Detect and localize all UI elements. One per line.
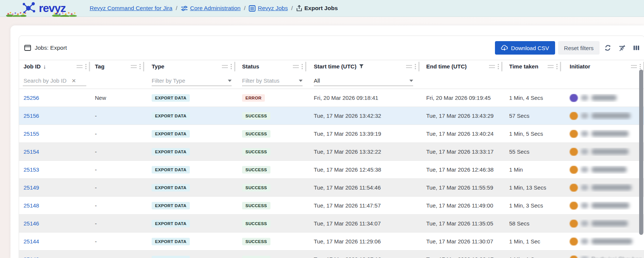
table-row[interactable]: 25154 - EXPORT DATA SUCCESS Tue, 17 Mar … [19,143,644,161]
kebab-menu-icon[interactable] [556,64,558,70]
breadcrumb-link-command-center[interactable]: Revyz Command Center for Jira [90,5,172,12]
reset-filters-button[interactable]: Reset filters [558,41,600,55]
column-header-initiator[interactable]: Initiator [561,60,644,73]
job-id-link[interactable]: 25153 [24,166,39,173]
drag-handle-icon[interactable] [406,65,412,68]
kebab-menu-icon[interactable] [415,64,416,70]
kebab-menu-icon[interactable] [139,64,141,70]
type-badge: EXPORT DATA [152,94,190,102]
drag-handle-icon[interactable] [489,65,495,68]
start-time-cell: Tue, 17 Mar 2026 13:32:22 [306,148,419,155]
column-header-job-id[interactable]: Job ID↓ [19,60,90,73]
breadcrumb-link-core-administration[interactable]: Core Administration [190,5,241,12]
time-taken-cell: 57 Secs [502,113,561,119]
drag-handle-icon[interactable] [631,65,637,68]
breadcrumb: Revyz Command Center for Jira / Core Adm… [90,0,338,16]
drag-handle-icon[interactable] [293,65,299,68]
start-time-cell: Tue, 17 Mar 2026 10:37:16 [306,256,419,258]
column-label: Start time (UTC) [314,63,356,70]
type-badge: EXPORT DATA [152,184,190,191]
status-filter-select[interactable]: Filter by Status [242,76,303,86]
initiator-name-redacted [581,221,588,226]
chevron-down-icon[interactable] [228,80,232,82]
job-id-link[interactable]: 25146 [24,220,39,227]
job-id-link[interactable]: 25256 [24,95,39,101]
chevron-down-icon[interactable] [409,80,413,82]
filter-placeholder: Filter by Type [152,77,185,84]
job-id-filter-input[interactable]: Search by Job ID× [23,76,86,86]
job-id-link[interactable]: 25149 [24,184,39,191]
initiator-name: Pruthviraj Chavhan [591,256,642,258]
refresh-button[interactable] [602,42,614,54]
status-badge: ERROR [242,94,265,102]
end-time-cell: Tue, 17 Mar 2026 11:49:00 [419,202,502,209]
end-time-cell: Tue, 17 Mar 2026 11:30:07 [419,238,502,245]
column-header-time-taken[interactable]: Time taken [502,60,561,73]
avatar [570,166,578,174]
start-time-cell: Tue, 17 Mar 2026 11:54:46 [306,184,419,191]
type-badge: EXPORT DATA [152,166,190,173]
start-time-cell: Tue, 17 Mar 2026 11:29:06 [306,238,419,245]
filter-row: Search by Job ID×Filter by TypeFilter by… [19,73,644,89]
kebab-menu-icon[interactable] [230,64,232,70]
table-body: 25256 New EXPORT DATA ERROR Fri, 20 Mar … [19,89,644,258]
clear-icon[interactable]: × [72,78,76,83]
table-row[interactable]: 25256 New EXPORT DATA ERROR Fri, 20 Mar … [19,89,644,107]
status-badge: SUCCESS [242,166,270,173]
filter-cell: All [306,73,419,89]
filter-placeholder: Search by Job ID [24,77,66,84]
drag-handle-icon[interactable] [548,65,554,68]
tag-cell: - [90,113,144,119]
table-row[interactable]: 25153 - EXPORT DATA SUCCESS Tue, 17 Mar … [19,161,644,179]
column-settings-button[interactable] [630,42,642,54]
column-header-type[interactable]: Type [144,60,235,73]
job-id-link[interactable]: 25156 [24,113,39,119]
job-id-link[interactable]: 25148 [24,202,39,209]
table-row[interactable]: 25146 - EXPORT DATA SUCCESS Tue, 17 Mar … [19,215,644,233]
chevron-down-icon[interactable] [299,80,303,82]
initiator-name-redacted [581,257,588,258]
job-id-link[interactable]: 25154 [24,148,39,155]
table-row[interactable]: 25156 - EXPORT DATA SUCCESS Tue, 17 Mar … [19,107,644,125]
tag-cell: - [90,130,144,137]
column-header-tag[interactable]: Tag [90,60,144,73]
time-taken-cell: 1 Min, 5 Secs [502,130,561,137]
kebab-menu-icon[interactable] [301,64,303,70]
column-header-end-time-utc[interactable]: End time (UTC) [419,60,502,73]
time-taken-cell: 1 Min, 4 Secs [502,95,561,101]
export-icon [296,5,302,12]
column-label: Initiator [570,63,590,70]
initiator-name-redacted [581,239,588,244]
kebab-menu-icon[interactable] [498,64,499,70]
start-time-utc-filter-select[interactable]: All [314,76,413,86]
refresh-icon [604,44,611,51]
sort-desc-icon[interactable]: ↓ [43,63,46,70]
funnel-filter-icon [359,64,364,69]
table-row[interactable]: 25143 - EXPORT DATA SUCCESS Tue, 17 Mar … [19,251,644,258]
breadcrumb-link-revyz-jobs[interactable]: Revyz Jobs [258,5,288,12]
job-id-link[interactable]: 25143 [24,256,39,258]
status-badge: SUCCESS [242,256,270,258]
kebab-menu-icon[interactable] [640,64,641,70]
table-row[interactable]: 25148 - EXPORT DATA SUCCESS Tue, 17 Mar … [19,197,644,215]
initiator-name-redacted [591,113,631,119]
drag-handle-icon[interactable] [222,65,228,68]
type-badge: EXPORT DATA [152,202,190,209]
vertical-scrollbar-thumb[interactable] [639,70,643,235]
column-header-start-time-utc[interactable]: Start time (UTC) [306,60,419,73]
column-header-status[interactable]: Status [235,60,306,73]
table-row[interactable]: 25149 - EXPORT DATA SUCCESS Tue, 17 Mar … [19,179,644,197]
column-label: End time (UTC) [426,63,467,70]
job-id-link[interactable]: 25144 [24,238,39,245]
clear-filters-button[interactable] [616,42,628,54]
job-id-link[interactable]: 25155 [24,130,39,137]
table-row[interactable]: 25144 - EXPORT DATA SUCCESS Tue, 17 Mar … [19,233,644,251]
filter-cell [90,73,144,89]
table-row[interactable]: 25155 - EXPORT DATA SUCCESS Tue, 17 Mar … [19,125,644,143]
filter-placeholder: Filter by Status [242,77,279,84]
download-csv-button[interactable]: Download CSV [495,41,555,55]
drag-handle-icon[interactable] [131,65,137,68]
type-filter-select[interactable]: Filter by Type [152,76,232,86]
kebab-menu-icon[interactable] [85,64,87,70]
drag-handle-icon[interactable] [77,65,83,68]
